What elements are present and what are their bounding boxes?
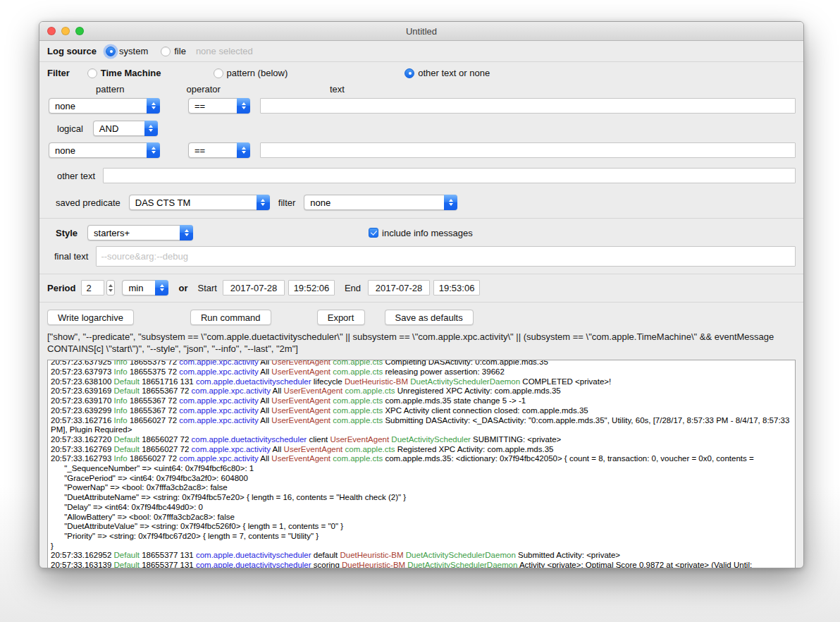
pattern2-select[interactable]: none — [49, 142, 160, 158]
log-line: 20:57:23.639169 Default 18655367 72 com.… — [51, 386, 792, 396]
log-line: "Delay" => <int64: 0x7f94fbc449d0>: 0 — [51, 503, 792, 513]
separator — [39, 274, 803, 274]
log-lines-container: 20:57:23.637925 Info 18655375 72 com.app… — [51, 360, 792, 568]
period-unit-value: min — [128, 283, 143, 293]
start-date-input[interactable] — [223, 280, 285, 295]
updown-chevrons-icon — [237, 142, 250, 158]
log-line: 20:57:33.162769 Default 18656027 72 com.… — [51, 445, 792, 455]
saved-predicate-select[interactable]: DAS CTS TM — [129, 195, 270, 210]
operator1-select[interactable]: == — [188, 98, 250, 114]
other-text-label: other text — [57, 171, 95, 181]
close-button[interactable] — [47, 27, 56, 35]
log-line: "AllowBattery" => <bool: 0x7fffa3cb2ac8>… — [51, 513, 792, 523]
window-title: Untitled — [406, 26, 437, 37]
check-icon — [371, 228, 377, 235]
updown-chevrons-icon — [144, 121, 158, 136]
log-source-file-radio[interactable] — [161, 47, 171, 56]
style-select[interactable]: starters+ — [87, 225, 193, 240]
log-line: 20:57:33.163139 Default 18655377 131 com… — [51, 561, 792, 568]
final-text-label: final text — [54, 251, 88, 262]
zoom-button[interactable] — [75, 27, 84, 35]
text-column-label: text — [330, 84, 345, 94]
run-command-button[interactable]: Run command — [190, 310, 271, 325]
log-source-file-label: file — [174, 46, 186, 56]
period-value-input[interactable] — [81, 280, 104, 295]
other-text-input[interactable] — [103, 168, 796, 183]
pattern-column-label: pattern — [96, 84, 124, 94]
style-label: Style — [56, 228, 78, 238]
saved-predicate-label: saved predicate — [56, 197, 121, 208]
updown-chevrons-icon — [147, 98, 160, 114]
style-select-value: starters+ — [94, 228, 130, 238]
operator1-select-value: == — [194, 101, 205, 111]
log-line: 20:57:33.162793 Info 18656027 72 com.app… — [51, 454, 792, 464]
updown-chevrons-icon — [444, 195, 457, 210]
log-line: 20:57:33.162716 Info 18656027 72 com.app… — [51, 416, 792, 435]
period-label: Period — [47, 283, 75, 293]
command-preview-text: ["show", "--predicate", "subsystem == \"… — [47, 331, 796, 355]
operator2-select-value: == — [194, 145, 205, 156]
end-time-input[interactable] — [433, 280, 480, 295]
log-line: "Priority" => <string: 0x7f94fbc67d20> {… — [51, 532, 792, 542]
updown-chevrons-icon — [180, 225, 193, 240]
include-info-label: include info messages — [382, 228, 473, 238]
log-line: 20:57:23.639170 Info 18655367 72 com.app… — [51, 396, 792, 406]
updown-chevrons-icon — [147, 142, 160, 158]
pattern1-select[interactable]: none — [49, 98, 160, 114]
updown-chevrons-icon — [237, 98, 250, 114]
updown-chevrons-icon — [155, 280, 168, 295]
log-line: 20:57:23.637973 Info 18655375 72 com.app… — [51, 367, 792, 377]
save-defaults-button[interactable]: Save as defaults — [385, 310, 474, 325]
filter-time-machine-label: Time Machine — [101, 68, 161, 78]
traffic-lights — [47, 27, 84, 35]
operator2-select[interactable]: == — [188, 142, 250, 158]
write-logarchive-button[interactable]: Write logarchive — [47, 310, 134, 325]
filter-pattern-label: pattern (below) — [227, 68, 288, 78]
filter-select[interactable]: none — [304, 195, 457, 210]
stepper-down-icon — [109, 289, 113, 292]
titlebar[interactable]: Untitled — [39, 22, 803, 41]
log-output[interactable]: 20:57:23.637925 Info 18655375 72 com.app… — [47, 360, 796, 568]
pattern1-select-value: none — [55, 101, 75, 111]
saved-predicate-value: DAS CTS TM — [135, 197, 191, 208]
log-line: 20:57:33.162952 Default 18655377 131 com… — [51, 551, 792, 561]
filter-other-text-radio[interactable] — [404, 68, 414, 78]
updown-chevrons-icon — [257, 195, 270, 210]
filter-time-machine-radio[interactable] — [87, 68, 97, 78]
log-line: 20:57:23.639299 Info 18655367 72 com.app… — [51, 406, 792, 416]
log-source-label: Log source — [47, 46, 97, 56]
minimize-button[interactable] — [61, 27, 70, 35]
filter-other-text-label: other text or none — [418, 68, 490, 78]
end-date-input[interactable] — [368, 280, 430, 295]
log-line: 20:57:33.162720 Default 18656027 72 com.… — [51, 435, 792, 445]
app-window: Untitled Log source system file none sel… — [39, 21, 804, 568]
operator-column-label: operator — [186, 84, 220, 94]
export-button[interactable]: Export — [317, 310, 365, 325]
logical-select-value: AND — [99, 123, 118, 134]
stepper-up-icon — [109, 284, 113, 287]
filter-select-label: filter — [278, 197, 296, 208]
log-line: } — [51, 542, 792, 551]
period-unit-select[interactable]: min — [122, 280, 168, 295]
end-label: End — [345, 283, 361, 293]
logical-label: logical — [57, 123, 83, 134]
final-text-input[interactable] — [96, 246, 796, 267]
filter-pattern-radio[interactable] — [214, 68, 223, 78]
filter-label: Filter — [47, 68, 70, 78]
pattern2-select-value: none — [55, 145, 75, 156]
start-time-input[interactable] — [288, 280, 335, 295]
text2-input[interactable] — [260, 142, 796, 158]
log-source-system-radio[interactable] — [106, 47, 116, 56]
separator — [39, 302, 803, 303]
log-line: "GracePeriod" => <int64: 0x7f94fbc3a2f0>… — [51, 474, 792, 484]
or-label: or — [178, 283, 187, 293]
text1-input[interactable] — [260, 98, 796, 114]
logical-select[interactable]: AND — [93, 121, 158, 136]
period-stepper[interactable] — [106, 280, 115, 295]
separator — [39, 61, 803, 62]
log-line: "DuetAttributeName" => <string: 0x7f94fb… — [51, 493, 792, 503]
include-info-checkbox[interactable] — [369, 228, 378, 238]
separator — [39, 218, 803, 219]
file-none-selected-text: none selected — [196, 46, 253, 56]
log-line: "DuetAttributeValue" => <string: 0x7f94f… — [51, 522, 792, 532]
